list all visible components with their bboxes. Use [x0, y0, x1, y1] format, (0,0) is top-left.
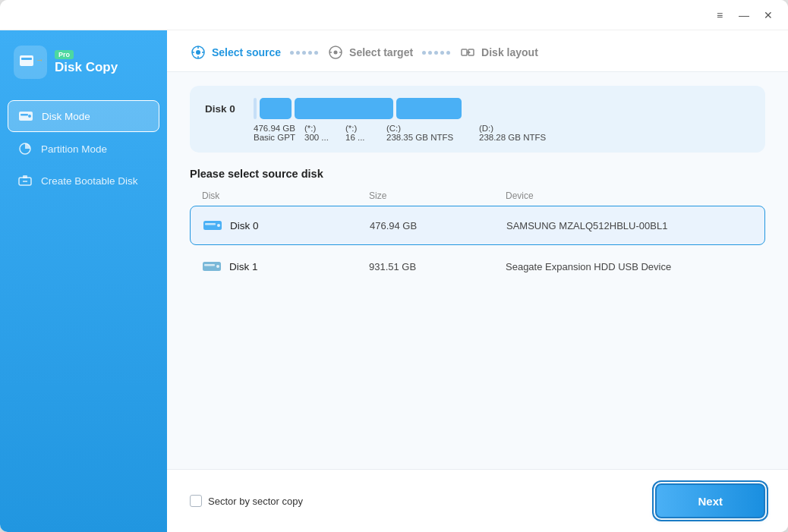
partition-1-letter: (*:) [304, 124, 336, 133]
col-header-device: Device [506, 190, 753, 201]
next-button[interactable]: Next [655, 483, 765, 518]
svg-rect-28 [204, 264, 215, 266]
partition-2 [295, 98, 393, 119]
disk-info-p2: (*:) 16 ... [345, 124, 377, 142]
col-header-disk: Disk [202, 190, 369, 201]
svg-text:→: → [36, 55, 42, 65]
svg-point-5 [28, 115, 31, 118]
disk-1-size: 931.51 GB [369, 261, 506, 272]
footer: Sector by sector copy Next [167, 469, 788, 532]
svg-marker-23 [468, 51, 471, 54]
step-disk-layout-label: Disk layout [481, 46, 538, 58]
step-select-source[interactable]: Select source [190, 44, 281, 61]
svg-point-17 [334, 51, 338, 55]
disk-preview: Disk 0 476.94 GB Basic GPT (*:) [190, 86, 765, 153]
disk-1-icon [202, 259, 222, 274]
right-panel: Select source Select tar [167, 30, 788, 532]
svg-point-29 [216, 265, 219, 268]
step-dots-1 [290, 51, 318, 55]
partition-c-size: 238.35 GB NTFS [386, 133, 470, 142]
disk-layout-icon [459, 44, 476, 61]
sector-copy-checkbox[interactable] [190, 495, 202, 507]
svg-rect-1 [21, 58, 32, 60]
svg-rect-20 [462, 49, 467, 55]
sidebar: → Pro Disk Copy [0, 30, 167, 532]
disk-type: Basic GPT [254, 133, 295, 142]
svg-point-11 [196, 50, 200, 55]
sidebar-item-disk-mode[interactable]: Disk Mode [8, 100, 159, 132]
partition-d-letter: (D:) [479, 124, 563, 133]
disk-0-name: Disk 0 [230, 220, 259, 231]
titlebar: ≡ — ✕ [0, 0, 788, 30]
logo-icon: → [14, 46, 47, 79]
disk-row-1[interactable]: Disk 1 931.51 GB Seagate Expansion HDD U… [190, 247, 765, 286]
partition-bar [254, 98, 750, 119]
disk-info-p1: (*:) 300 ... [304, 124, 336, 142]
app-title: Disk Copy [55, 61, 118, 75]
app-logo: → Pro Disk Copy [0, 46, 167, 100]
disk-info-row: 476.94 GB Basic GPT (*:) 300 ... (*:) 16… [205, 124, 750, 142]
sector-copy-checkbox-label[interactable]: Sector by sector copy [190, 495, 303, 507]
disk-mode-icon [17, 108, 34, 124]
svg-point-26 [217, 224, 220, 227]
disk-0-icon [203, 218, 222, 233]
table-header: Disk Size Device [190, 190, 765, 206]
partition-1-size: 300 ... [304, 133, 336, 142]
partition-c-letter: (C:) [386, 124, 470, 133]
partition-1 [260, 98, 292, 119]
select-target-icon [327, 44, 344, 61]
partition-2-size: 16 ... [345, 133, 377, 142]
select-source-icon [190, 44, 206, 61]
pro-badge: Pro [55, 50, 74, 59]
partition-d-size: 238.28 GB NTFS [479, 133, 563, 142]
step-dots-2 [422, 51, 450, 55]
disk-1-device: Seagate Expansion HDD USB Device [506, 261, 753, 272]
disk-1-name: Disk 1 [229, 261, 258, 272]
partition-3 [396, 98, 462, 119]
disk-total-size: 476.94 GB [254, 124, 295, 133]
partition-system [254, 98, 257, 119]
svg-rect-0 [20, 55, 33, 66]
sidebar-item-partition-mode-label: Partition Mode [41, 143, 107, 155]
wizard-steps: Select source Select tar [167, 30, 788, 72]
create-bootable-icon [17, 172, 33, 189]
step-select-target[interactable]: Select target [327, 44, 413, 61]
step-select-target-label: Select target [349, 46, 413, 58]
disk-1-name-cell: Disk 1 [202, 259, 369, 274]
svg-rect-8 [23, 175, 27, 178]
disk-info-d: (D:) 238.28 GB NTFS [479, 124, 563, 142]
sidebar-item-create-bootable[interactable]: Create Bootable Disk [8, 165, 159, 196]
svg-rect-25 [205, 223, 216, 225]
disk-info-total: 476.94 GB Basic GPT [254, 124, 295, 142]
menu-button[interactable]: ≡ [709, 5, 730, 26]
logo-svg: → [19, 52, 42, 72]
content-area: Please select source disk Disk Size Devi… [167, 160, 788, 469]
partition-mode-icon [17, 140, 33, 157]
disk-row-0[interactable]: Disk 0 476.94 GB SAMSUNG MZALQ512HBLU-00… [190, 206, 765, 245]
app-window: ≡ — ✕ → Pro Disk Copy [0, 0, 788, 532]
svg-rect-4 [20, 114, 28, 116]
disk-0-device: SAMSUNG MZALQ512HBLU-00BL1 [506, 220, 752, 231]
main-content: → Pro Disk Copy [0, 30, 788, 532]
disk-info-c: (C:) 238.35 GB NTFS [386, 124, 470, 142]
disk-0-size: 476.94 GB [370, 220, 506, 231]
partition-2-letter: (*:) [345, 124, 377, 133]
step-select-source-label: Select source [212, 46, 281, 58]
col-header-size: Size [369, 190, 506, 201]
sector-copy-label: Sector by sector copy [208, 496, 303, 507]
disk-preview-label: Disk 0 [205, 103, 244, 115]
sidebar-item-partition-mode[interactable]: Partition Mode [8, 134, 159, 164]
sidebar-nav: Disk Mode Partition Mode [0, 100, 167, 196]
sidebar-item-create-bootable-label: Create Bootable Disk [41, 175, 138, 187]
step-disk-layout[interactable]: Disk layout [459, 44, 538, 61]
logo-text: Pro Disk Copy [55, 50, 118, 75]
sidebar-item-disk-mode-label: Disk Mode [42, 111, 90, 122]
disk-0-name-cell: Disk 0 [203, 218, 370, 233]
close-button[interactable]: ✕ [758, 5, 779, 26]
minimize-button[interactable]: — [733, 5, 755, 26]
section-title: Please select source disk [190, 168, 765, 180]
